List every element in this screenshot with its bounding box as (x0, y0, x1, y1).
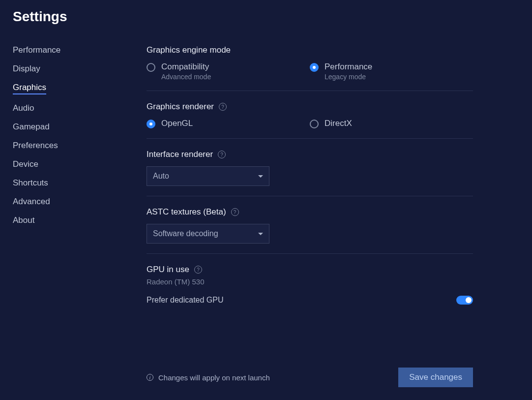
graphics-renderer-title: Graphics renderer (147, 102, 214, 112)
sidebar-item-display[interactable]: Display (13, 64, 128, 74)
interface-renderer-title: Interface renderer (147, 150, 213, 159)
radio-circle-icon (147, 120, 155, 128)
sidebar-item-device[interactable]: Device (13, 159, 128, 169)
chevron-down-icon (258, 233, 263, 235)
sidebar-item-graphics[interactable]: Graphics (13, 83, 46, 94)
sidebar-item-shortcuts[interactable]: Shortcuts (13, 178, 128, 188)
radio-performance[interactable]: Performance Legacy mode (310, 62, 473, 81)
section-gpu: GPU in use Radeon (TM) 530 Prefer dedica… (147, 265, 473, 314)
radio-label: OpenGL (161, 119, 193, 128)
page-title: Settings (0, 0, 532, 25)
radio-directx[interactable]: DirectX (310, 119, 473, 128)
radio-label: Performance (325, 62, 372, 72)
section-engine-mode: Graphics engine mode Compatibility Advan… (147, 45, 473, 91)
save-button[interactable]: Save changes (398, 368, 473, 387)
content-area: Graphics engine mode Compatibility Advan… (128, 45, 532, 400)
radio-circle-icon (310, 63, 319, 72)
astc-dropdown[interactable]: Software decoding (147, 224, 269, 244)
radio-label: Compatibility (161, 62, 211, 72)
sidebar-item-gamepad[interactable]: Gamepad (13, 122, 128, 132)
radio-circle-icon (147, 63, 155, 72)
sidebar-item-advanced[interactable]: Advanced (13, 197, 128, 207)
radio-compatibility[interactable]: Compatibility Advanced mode (147, 62, 310, 81)
astc-title: ASTC textures (Beta) (147, 207, 226, 217)
prefer-gpu-label: Prefer dedicated GPU (147, 296, 224, 305)
radio-label: DirectX (325, 119, 352, 128)
sidebar-item-audio[interactable]: Audio (13, 103, 128, 113)
section-interface-renderer: Interface renderer Auto (147, 150, 473, 196)
dropdown-value: Auto (153, 172, 169, 181)
radio-circle-icon (310, 120, 319, 128)
sidebar-item-preferences[interactable]: Preferences (13, 141, 128, 151)
radio-sublabel: Advanced mode (161, 73, 211, 81)
gpu-value: Radeon (TM) 530 (147, 277, 473, 286)
help-icon[interactable] (219, 103, 227, 111)
prefer-gpu-toggle[interactable] (456, 296, 473, 305)
footer-note-text: Changes will apply on next launch (158, 373, 270, 382)
engine-mode-title: Graphics engine mode (147, 45, 473, 55)
help-icon[interactable] (194, 266, 202, 274)
sidebar-item-performance[interactable]: Performance (13, 45, 128, 55)
dropdown-value: Software decoding (153, 229, 218, 238)
info-icon (147, 374, 153, 381)
footer: Changes will apply on next launch Save c… (147, 368, 473, 400)
radio-sublabel: Legacy mode (325, 73, 372, 81)
sidebar: Performance Display Graphics Audio Gamep… (0, 45, 128, 400)
gpu-title: GPU in use (147, 265, 189, 275)
section-astc: ASTC textures (Beta) Software decoding (147, 207, 473, 254)
sidebar-item-about[interactable]: About (13, 215, 128, 225)
radio-opengl[interactable]: OpenGL (147, 119, 310, 128)
section-graphics-renderer: Graphics renderer OpenGL DirectX (147, 102, 473, 139)
interface-renderer-dropdown[interactable]: Auto (147, 166, 269, 186)
chevron-down-icon (258, 175, 263, 178)
help-icon[interactable] (218, 151, 226, 158)
help-icon[interactable] (231, 208, 239, 216)
